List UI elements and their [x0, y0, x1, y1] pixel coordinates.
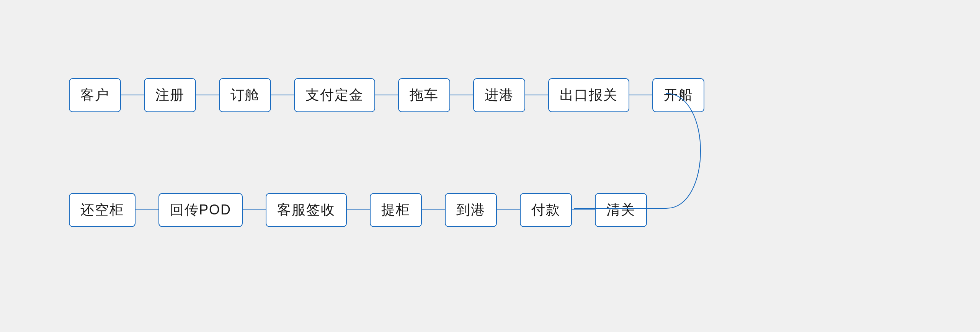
flow-diagram: 客户 注册 订舱 支付定金 拖车 进港 出口报关 开船 还空柜 回传POD 客服… [31, 32, 949, 300]
connector-5 [450, 95, 473, 95]
node-customer: 客户 [69, 78, 121, 112]
connector-3 [271, 95, 294, 95]
connector-9 [243, 209, 266, 210]
node-register: 注册 [144, 78, 196, 112]
curve-connector [31, 32, 949, 300]
node-booking: 订舱 [219, 78, 271, 112]
node-pickup: 提柜 [370, 193, 422, 227]
node-export-customs: 出口报关 [548, 78, 629, 112]
connector-8 [136, 209, 158, 210]
node-return-empty: 还空柜 [69, 193, 136, 227]
connector-2 [196, 95, 219, 95]
connector-10 [347, 209, 370, 210]
node-departure: 开船 [652, 78, 704, 112]
node-truck: 拖车 [398, 78, 450, 112]
node-payment: 付款 [520, 193, 572, 227]
node-cs-sign: 客服签收 [266, 193, 347, 227]
node-pod: 回传POD [158, 193, 243, 227]
connector-6 [525, 95, 548, 95]
row-2: 还空柜 回传POD 客服签收 提柜 到港 付款 清关 [69, 193, 647, 227]
node-clearance: 清关 [595, 193, 647, 227]
node-enter-port: 进港 [473, 78, 525, 112]
connector-13 [572, 209, 595, 210]
node-arrival: 到港 [445, 193, 497, 227]
row-1: 客户 注册 订舱 支付定金 拖车 进港 出口报关 开船 [69, 78, 704, 112]
node-deposit: 支付定金 [294, 78, 375, 112]
connector-11 [422, 209, 445, 210]
connector-4 [375, 95, 398, 95]
connector-12 [497, 209, 520, 210]
connector-7 [629, 95, 652, 95]
connector-1 [121, 95, 144, 95]
